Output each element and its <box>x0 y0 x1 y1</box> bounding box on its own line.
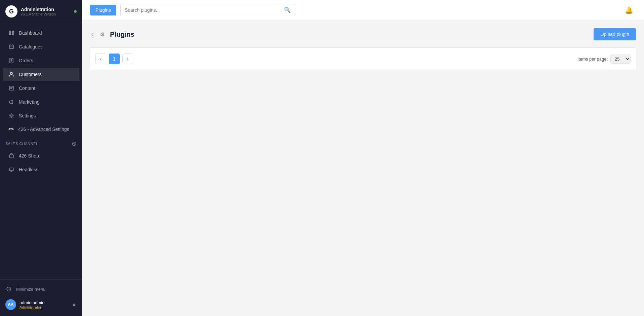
plugins-tab-button[interactable]: Plugins <box>90 5 116 15</box>
sidebar-item-content[interactable]: Content <box>3 81 79 95</box>
page-header-left: ‹ ⚙ Plugins <box>90 30 134 39</box>
minimize-label: Minimize menu <box>16 287 45 292</box>
content-icon <box>8 85 15 92</box>
app-info: Administration v6.1.4 Stable Version <box>21 7 71 16</box>
sidebar-nav: Dashboard Catalogues Orders Customers Co… <box>0 23 82 279</box>
customers-icon <box>8 71 15 78</box>
catalogues-icon <box>8 43 15 50</box>
sidebar-item-label: Headless <box>19 167 38 172</box>
426-icon: 426 <box>8 126 14 132</box>
user-info: admin admin Administrator <box>19 300 44 309</box>
app-logo: G <box>5 5 17 17</box>
user-name: admin admin <box>19 300 44 305</box>
items-per-page: Items per page: 25 50 100 <box>577 55 631 64</box>
per-page-select[interactable]: 25 50 100 <box>610 55 631 64</box>
sidebar-item-orders[interactable]: Orders <box>3 54 79 67</box>
app-name: Administration <box>21 7 71 12</box>
settings-icon <box>8 112 15 119</box>
svg-rect-1 <box>12 31 14 33</box>
app-version: v6.1.4 Stable Version <box>21 12 71 16</box>
sidebar-item-label: Orders <box>19 58 33 63</box>
sidebar-item-headless[interactable]: Headless <box>3 163 79 176</box>
user-profile[interactable]: AA admin admin Administrator ▲ <box>0 296 82 313</box>
topbar: Plugins 🔍 🔔 <box>82 0 644 20</box>
sidebar-item-label: 426 - Advanced Settings <box>18 127 69 132</box>
search-container: 🔍 <box>120 4 295 16</box>
next-page-button[interactable]: › <box>122 54 133 64</box>
sidebar-item-catalogues[interactable]: Catalogues <box>3 40 79 54</box>
marketing-icon <box>8 99 15 105</box>
sidebar-item-dashboard[interactable]: Dashboard <box>3 26 79 40</box>
back-button[interactable]: ‹ <box>90 30 94 39</box>
sidebar-header: G Administration v6.1.4 Stable Version <box>0 0 82 23</box>
items-per-page-label: Items per page: <box>577 57 608 62</box>
page-1-button[interactable]: 1 <box>109 54 120 64</box>
svg-rect-6 <box>9 86 13 90</box>
minimize-icon <box>5 286 12 292</box>
sidebar-item-426-advanced[interactable]: 426 426 - Advanced Settings <box>3 123 79 136</box>
sidebar-item-marketing[interactable]: Marketing <box>3 95 79 109</box>
page-header: ‹ ⚙ Plugins Upload plugin <box>90 28 636 40</box>
prev-page-button[interactable]: ‹ <box>95 54 106 64</box>
pagination: ‹ 1 › Items per page: 25 50 100 <box>90 48 636 70</box>
minimize-menu-btn[interactable]: Minimize menu <box>0 282 82 296</box>
upload-plugin-button[interactable]: Upload plugin <box>594 28 636 40</box>
sidebar-footer: Minimize menu AA admin admin Administrat… <box>0 279 82 316</box>
svg-rect-0 <box>9 31 11 33</box>
add-channel-icon[interactable]: ⊕ <box>72 140 77 147</box>
topbar-right: 🔔 <box>622 3 636 17</box>
search-button[interactable]: 🔍 <box>280 4 295 16</box>
sidebar: G Administration v6.1.4 Stable Version D… <box>0 0 82 316</box>
svg-point-7 <box>11 115 12 117</box>
page-title: Plugins <box>110 31 134 38</box>
topbar-left: Plugins 🔍 <box>90 4 295 16</box>
sales-channel-header: Sales Channel ⊕ <box>0 136 82 149</box>
status-dot <box>74 10 77 13</box>
sidebar-item-label: Settings <box>19 113 36 118</box>
svg-rect-9 <box>9 168 13 171</box>
avatar: AA <box>5 299 16 310</box>
search-input[interactable] <box>121 5 280 15</box>
plugins-table <box>90 47 636 48</box>
sidebar-item-label: 426 Shop <box>19 153 39 159</box>
user-role: Administrator <box>19 305 44 309</box>
sidebar-item-label: Catalogues <box>19 44 43 49</box>
sidebar-item-label: Dashboard <box>19 30 42 36</box>
sidebar-item-426-shop[interactable]: 426 Shop <box>3 149 79 163</box>
chevron-up-icon: ▲ <box>71 302 77 308</box>
notification-button[interactable]: 🔔 <box>622 3 636 17</box>
content-area: ‹ ⚙ Plugins Upload plugin ‹ 1 › Items pe… <box>82 20 644 316</box>
sidebar-item-customers[interactable]: Customers <box>3 68 79 81</box>
sidebar-item-label: Marketing <box>19 99 39 105</box>
sidebar-item-label: Content <box>19 85 35 91</box>
headless-icon <box>8 166 15 173</box>
dashboard-icon <box>8 30 15 36</box>
orders-icon <box>8 57 15 64</box>
page-settings-button[interactable]: ⚙ <box>98 30 106 39</box>
shop-icon <box>8 152 15 159</box>
sidebar-item-settings[interactable]: Settings <box>3 109 79 122</box>
sidebar-item-label: Customers <box>19 72 42 77</box>
svg-rect-2 <box>9 33 11 35</box>
svg-rect-3 <box>12 33 14 35</box>
main-area: Plugins 🔍 🔔 ‹ ⚙ Plugins Upload plugin ‹ <box>82 0 644 316</box>
svg-rect-8 <box>9 155 13 158</box>
svg-point-5 <box>10 72 12 74</box>
